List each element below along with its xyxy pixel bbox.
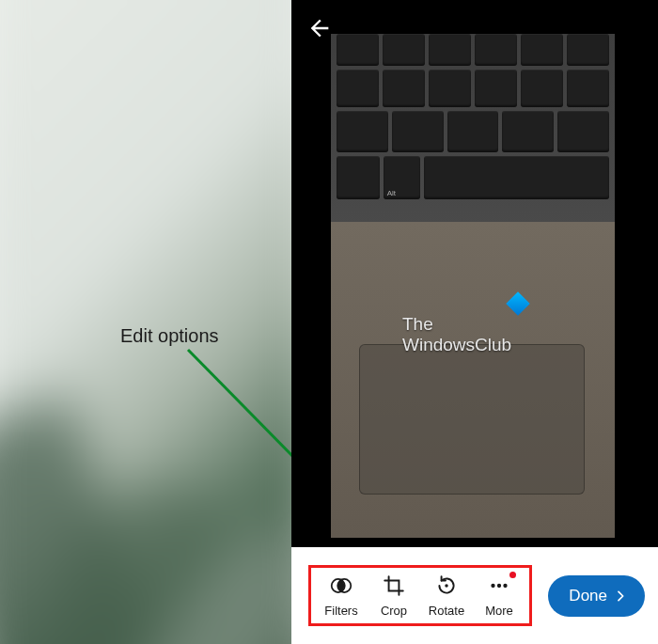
image-watermark: The WindowsClub: [402, 314, 511, 355]
watermark-line2: WindowsClub: [402, 335, 511, 355]
rotate-button[interactable]: Rotate: [420, 573, 473, 618]
keyboard-row: [331, 111, 615, 152]
crop-icon: [382, 573, 406, 598]
crop-button[interactable]: Crop: [368, 573, 420, 618]
keyboard-row: [331, 70, 615, 107]
back-button[interactable]: [306, 15, 333, 41]
svg-point-7: [503, 584, 507, 588]
annotation-label: Edit options: [120, 325, 219, 347]
more-icon: [487, 573, 511, 598]
tool-label: Filters: [324, 604, 357, 618]
more-button[interactable]: More: [473, 573, 525, 618]
alt-key: Alt: [384, 156, 420, 199]
svg-point-5: [491, 584, 494, 588]
svg-point-4: [445, 584, 447, 587]
tool-label: More: [485, 604, 513, 618]
notification-dot-icon: [509, 572, 516, 578]
laptop-trackpad: [359, 344, 585, 495]
edit-options-group: Filters Crop Rotate: [308, 565, 532, 626]
phone-frame: Alt The WindowsClub Filters: [291, 0, 658, 644]
image-editor: Alt The WindowsClub: [291, 0, 658, 547]
back-arrow-icon: [306, 15, 333, 41]
rotate-icon: [434, 573, 459, 598]
spacebar-key: [424, 156, 609, 199]
done-label: Done: [569, 587, 607, 605]
scanned-image[interactable]: Alt The WindowsClub: [331, 34, 615, 538]
tool-label: Rotate: [429, 604, 464, 618]
keyboard-row: [331, 34, 615, 66]
done-button[interactable]: Done: [548, 575, 645, 617]
laptop-palmrest: [331, 222, 615, 538]
editor-toolbar: Filters Crop Rotate: [291, 547, 658, 644]
filters-button[interactable]: Filters: [315, 573, 368, 618]
filters-icon: [329, 573, 353, 598]
desktop-wallpaper: [0, 0, 321, 644]
tool-label: Crop: [381, 604, 407, 618]
keyboard-row: Alt: [331, 156, 615, 199]
watermark-line1: The: [402, 314, 511, 335]
chevron-right-icon: [613, 589, 628, 604]
svg-point-6: [497, 584, 501, 588]
